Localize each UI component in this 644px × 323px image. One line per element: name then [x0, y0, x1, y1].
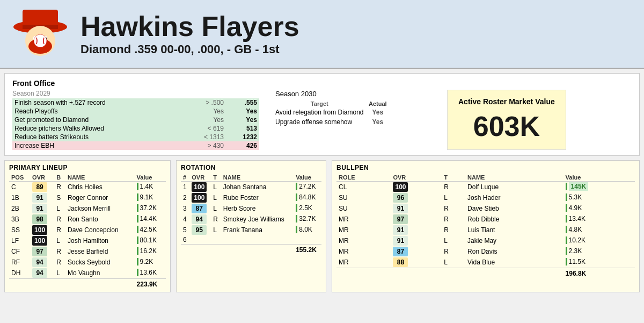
player-value: 80.1K	[135, 235, 166, 246]
bp-name: Josh Hader	[465, 192, 564, 203]
col-pos: POS	[9, 174, 30, 182]
lineup-row: RF 94 R Socks Seybold 9.2K	[9, 257, 166, 268]
svg-point-9	[34, 34, 47, 47]
bullpen-row: SU 96 L Josh Hader 5.3K	[336, 192, 635, 203]
rot-name: Herb Score	[221, 203, 294, 214]
rot-ovr: 87	[189, 203, 211, 214]
player-pos: 2B	[9, 203, 30, 214]
rot-col-name: NAME	[221, 174, 294, 182]
lineup-section: PRIMARY LINEUP POS OVR B NAME Value C 89…	[4, 160, 171, 292]
rotation-row: 6	[181, 235, 321, 245]
rot-hand: L	[211, 192, 221, 203]
front-office-section: Front Office Season 2029 Finish season w…	[4, 73, 640, 156]
rot-value: 27.2K	[294, 182, 321, 193]
value-bar-indicator	[566, 204, 567, 212]
bp-role: CL	[336, 182, 391, 193]
value-bar-indicator	[296, 183, 297, 190]
value-bar-indicator	[566, 247, 567, 255]
player-ovr: 94	[30, 268, 54, 279]
value-bar-indicator	[137, 269, 138, 276]
player-name: Josh Hamilton	[65, 235, 135, 246]
rotation-total-label	[181, 245, 294, 255]
bp-hand: L	[442, 257, 465, 268]
player-hand: S	[54, 192, 65, 203]
team-subtitle: Diamond .359 00-00, .000, - GB - 1st	[80, 42, 299, 56]
rot-ovr: 95	[189, 225, 211, 235]
rot-value: 32.7K	[294, 214, 321, 225]
player-value: 42.5K	[135, 225, 166, 235]
bp-col-value: Value	[564, 174, 635, 182]
rot-name	[221, 235, 294, 245]
season2029-label: Season 2029	[12, 90, 259, 97]
player-ovr: 98	[30, 214, 54, 225]
bp-col-name: NAME	[465, 174, 564, 182]
goal-actual: 1232	[226, 133, 259, 141]
rot-value: 2.5K	[294, 203, 321, 214]
col-value: Value	[135, 174, 166, 182]
rot-name: Rube Foster	[221, 192, 294, 203]
player-ovr: 94	[30, 257, 54, 268]
col-ovr: OVR	[30, 174, 54, 182]
lower-section: PRIMARY LINEUP POS OVR B NAME Value C 89…	[4, 160, 640, 292]
value-bar-indicator	[566, 193, 567, 201]
player-hand: L	[54, 235, 65, 246]
bp-ovr: 96	[391, 192, 442, 203]
goal-actual: Yes	[226, 107, 259, 116]
value-bar-indicator	[566, 226, 567, 233]
value-bar-indicator	[296, 204, 297, 212]
goal2030-label: Avoid relegation from Diamond	[275, 107, 364, 117]
player-pos: DH	[9, 268, 30, 279]
player-ovr: 100	[30, 235, 54, 246]
player-value: 14.4K	[135, 214, 166, 225]
goal-label: Finish season with +.527 record	[12, 98, 183, 107]
rot-col-ovr: OVR	[189, 174, 211, 182]
player-ovr: 91	[30, 192, 54, 203]
rotation-row: 3 87 L Herb Score 2.5K	[181, 203, 321, 214]
bp-name: Dave Stieb	[465, 203, 564, 214]
rot-value	[294, 235, 321, 245]
lineup-total-label	[9, 279, 135, 289]
bp-value: 4.9K	[564, 203, 635, 214]
player-ovr: 91	[30, 203, 54, 214]
bullpen-row: MR 87 R Ron Davis 2.3K	[336, 246, 635, 257]
bullpen-total-value: 196.8K	[564, 268, 635, 278]
rot-value: 84.8K	[294, 192, 321, 203]
goal-target: Yes	[183, 107, 226, 116]
goal-label: Get promoted to Diamond	[12, 116, 183, 124]
rot-ovr: 100	[189, 182, 211, 193]
player-hand: R	[54, 246, 65, 257]
player-value: 9.1K	[135, 192, 166, 203]
bp-hand: L	[442, 235, 465, 246]
rot-ovr: 94	[189, 214, 211, 225]
goal-row: Reduce batters Strikeouts < 1313 1232	[12, 133, 259, 141]
bp-name: Luis Tiant	[465, 225, 564, 235]
player-name: Roger Connor	[65, 192, 135, 203]
header-text: Hawkins Flayers Diamond .359 00-00, .000…	[80, 11, 299, 56]
bullpen-row: MR 91 L Jakie May 10.2K	[336, 235, 635, 246]
rot-col-value: Value	[294, 174, 321, 182]
player-hand: R	[54, 214, 65, 225]
bp-ovr: 100	[391, 182, 442, 193]
goal2030-target: Yes	[364, 107, 392, 117]
goal2030-label: Upgrade offense somehow	[275, 117, 364, 127]
player-hand: R	[54, 257, 65, 268]
player-name: Dave Concepcion	[65, 225, 135, 235]
rot-num: 4	[181, 214, 189, 225]
value-bar-indicator	[137, 226, 138, 233]
rot-hand: L	[211, 203, 221, 214]
goal-row: Reach Playoffs Yes Yes	[12, 107, 259, 116]
bullpen-row: MR 91 R Luis Tiant 4.8K	[336, 225, 635, 235]
bp-role: MR	[336, 257, 391, 268]
value-bar-indicator	[566, 258, 567, 265]
bullpen-row: SU 91 R Dave Stieb 4.9K	[336, 203, 635, 214]
lineup-row: 1B 91 S Roger Connor 9.1K	[9, 192, 166, 203]
bullpen-row: CL 100 R Dolf Luque 145K	[336, 182, 635, 193]
player-hand: L	[54, 268, 65, 279]
bp-role: MR	[336, 214, 391, 225]
goal-target: Yes	[183, 116, 226, 124]
bp-ovr: 97	[391, 214, 442, 225]
value-bar-indicator	[296, 193, 297, 201]
bp-hand: R	[442, 214, 465, 225]
rot-name: Smokey Joe Williams	[221, 214, 294, 225]
bullpen-section: BULLPEN ROLE OVR T NAME Value CL 100 R D…	[332, 160, 640, 292]
